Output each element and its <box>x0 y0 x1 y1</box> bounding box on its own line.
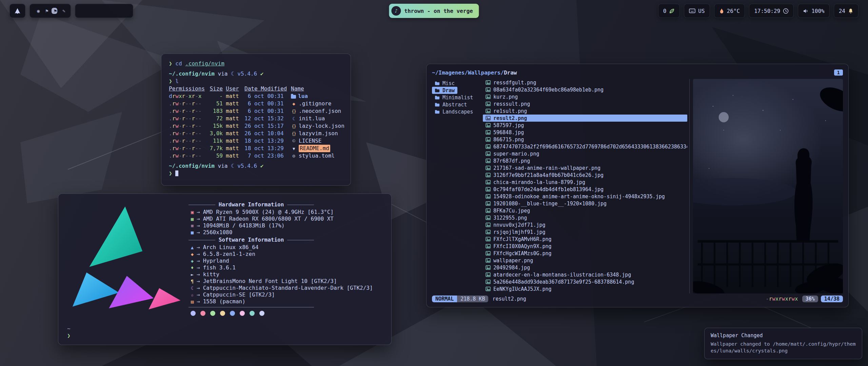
terminal-input-line[interactable]: ❯ <box>169 170 343 177</box>
fetch-info-line: → AMD ATI Radeon RX 6800/6800 XT / 6900 … <box>189 216 382 222</box>
file-row[interactable]: 8FKa7Cu.jpeg <box>483 207 687 214</box>
file-size: 72 <box>207 115 223 122</box>
file-row[interactable]: 3122955.png <box>483 214 687 221</box>
file-row[interactable]: 19201080-__blue-tinge__-1920×1080.jpg <box>483 200 687 207</box>
table-row: .rw-r--r-- 51 matt 6 oct 00:31 .gitignor… <box>169 100 343 107</box>
terminal-window[interactable]: ❯ cd .config/nvim ~/.config/nvim via ☾ v… <box>161 54 351 186</box>
file-name: 587597.jpg <box>493 122 524 128</box>
notification-body: Wallpaper changed to /home/matt/.config/… <box>711 341 856 354</box>
file-row[interactable]: FXfcHgcWIAMzs0G.png <box>483 250 687 257</box>
file-date: 18 oct 13:29 <box>244 137 288 145</box>
sidebar-folder-item[interactable]: Minimalist <box>432 94 476 101</box>
fetch-terminal-window[interactable]: Hardware Information → AMD Ryzen 9 5900X… <box>58 194 392 345</box>
sidebar-folder-item[interactable]: Abstract <box>432 101 470 108</box>
file-row[interactable]: EeNKYgIUcAAJ5JX.png <box>483 285 687 292</box>
image-file-icon <box>486 151 491 156</box>
col-permissions: Permissions <box>169 85 204 93</box>
file-row[interactable]: 866715.png <box>483 136 687 143</box>
palette-dot <box>210 311 215 316</box>
file-row[interactable]: nnvuv0xj2df71.jpg <box>483 221 687 228</box>
workspace-button[interactable] <box>35 8 40 14</box>
arrow-icon: → <box>197 222 200 229</box>
image-file-icon <box>486 130 491 135</box>
file-row[interactable]: ressdfgult.png <box>483 79 687 86</box>
file-row[interactable]: 587597.jpg <box>483 122 687 129</box>
file-user: matt <box>226 137 241 145</box>
scroll-percent-badge: 36% <box>802 296 818 302</box>
folder-icon <box>435 81 440 85</box>
file-row[interactable]: 20492984.jpg <box>483 264 687 271</box>
file-row[interactable]: 5a266e448add93deab367d87173e9f25-6837886… <box>483 278 687 285</box>
file-row[interactable]: re1sult.png <box>483 107 687 115</box>
file-row[interactable]: 68747470733a2f2f696d616765732d7769786d70… <box>483 143 687 150</box>
notifications-widget[interactable]: 24 <box>834 4 859 18</box>
file-row[interactable]: atardecer-en-la-montanas-ilustracion-634… <box>483 271 687 278</box>
temperature-widget[interactable]: 26°C <box>714 4 745 18</box>
volume-widget[interactable]: 100% <box>798 4 830 18</box>
updates-widget[interactable]: 0 <box>658 4 680 18</box>
file-row[interactable]: super-mario.png <box>483 150 687 157</box>
workspace-button[interactable] <box>60 8 66 14</box>
shell-prompt[interactable]: ~ ❯ <box>67 325 382 339</box>
file-row[interactable]: FXfcII0X0AQyn9X.png <box>483 243 687 250</box>
table-row: .rw-r--r-- 11k matt 18 oct 13:29 LICENSE <box>169 137 343 145</box>
workspace-button[interactable] <box>52 8 57 14</box>
file-manager-window[interactable]: ~/Imagenes/Wallpapers/Draw 1 Misc Draw M… <box>426 64 849 307</box>
app-launcher-button[interactable] <box>9 4 25 18</box>
file-row[interactable]: chica-mirando-la-luna-8799.jpg <box>483 179 687 186</box>
notification-popup[interactable]: Wallpaper Changed Wallpaper changed to /… <box>704 328 862 359</box>
keyboard-layout-widget[interactable]: US <box>684 4 710 18</box>
image-file-icon <box>486 187 491 191</box>
file-row[interactable]: 08a634fa02a32364f69ebc86a98eb1eb.png <box>483 86 687 93</box>
file-row[interactable]: FXfcJlTXgAMvH6R.png <box>483 236 687 243</box>
file-permissions: .rw-r--r-- <box>169 137 204 145</box>
image-file-icon <box>486 87 491 92</box>
file-name: 154928-odinokoe_anime-art-anime-okno-sin… <box>493 194 665 200</box>
file-name: rsjqojlmjhf91.jpg <box>493 229 546 235</box>
spec-icon <box>189 279 196 284</box>
spec-icon <box>189 252 196 257</box>
file-row[interactable]: 0c794faf07de24a4db4d4fb1eb813964.jpg <box>483 186 687 193</box>
file-row[interactable]: 3126f7e9bbf21a8a4af0b67b041c6e26.jpg <box>483 171 687 179</box>
media-player-widget[interactable]: ♪ thrown - on the verge <box>389 4 479 18</box>
sidebar-folder-item[interactable]: Misc <box>432 80 457 87</box>
image-file-icon <box>486 208 491 213</box>
file-type-icon <box>291 131 297 136</box>
file-row[interactable]: kurz.png <box>483 93 687 100</box>
image-file-icon <box>486 223 491 227</box>
file-name: init.lua <box>299 115 325 122</box>
file-name: 19201080-__blue-tinge__-1920×1080.jpg <box>493 201 607 207</box>
workspace-button[interactable] <box>43 8 49 14</box>
file-row[interactable]: result2.png <box>483 115 687 122</box>
sidebar-folder-item[interactable]: Draw <box>432 87 457 94</box>
fetch-info-line: → AMD Ryzen 9 5900X (24) @ 4.9GHz [61.3°… <box>189 209 382 216</box>
palette-dot <box>220 311 225 316</box>
file-type-icon <box>291 154 297 158</box>
file-size: 11k <box>207 137 223 145</box>
file-row[interactable]: 217167-sad-anime-rain-wallpaper.png <box>483 164 687 171</box>
spec-value: kitty <box>203 271 219 278</box>
table-row: .rw-r--r-- 7,7k matt 18 oct 13:29 README… <box>169 145 343 152</box>
spec-icon <box>189 210 196 215</box>
tab-indicator[interactable]: 1 <box>834 69 843 76</box>
file-row[interactable]: resssult.png <box>483 100 687 107</box>
file-row[interactable]: 87r687df.png <box>483 157 687 164</box>
fetch-info-line: → Hyprland <box>189 258 382 264</box>
file-row[interactable]: 596848.jpg <box>483 129 687 136</box>
image-file-icon <box>486 237 491 241</box>
arrow-icon: → <box>197 298 200 305</box>
arrow-icon: → <box>197 216 200 222</box>
spec-icon <box>189 286 196 290</box>
sidebar-folder-item[interactable]: Landscapes <box>432 108 476 115</box>
file-row[interactable]: rsjqojlmjhf91.jpg <box>483 228 687 236</box>
palette-dot <box>250 311 255 316</box>
image-file-icon <box>486 180 491 184</box>
file-row[interactable]: 154928-odinokoe_anime-art-anime-okno-sin… <box>483 193 687 200</box>
file-date: 6 oct 00:31 <box>244 100 288 107</box>
arrow-icon: → <box>197 278 200 285</box>
file-row[interactable]: wallpaper.png <box>483 257 687 264</box>
fetch-info-line: → fish 3.6.1 <box>189 264 382 271</box>
clock-widget[interactable]: 17:50:29 <box>749 4 794 18</box>
palette-dot <box>200 311 205 316</box>
file-permissions: .rw-r--r-- <box>169 115 204 122</box>
